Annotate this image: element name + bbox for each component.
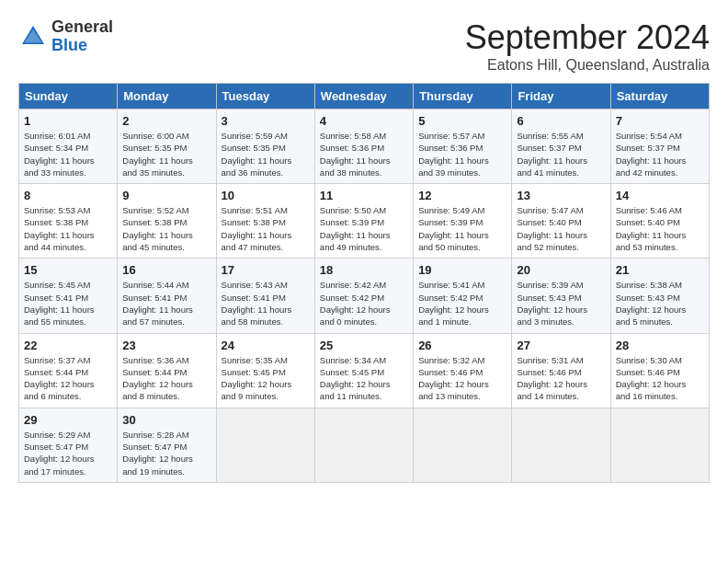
- day-info: Sunrise: 5:54 AMSunset: 5:37 PMDaylight:…: [616, 130, 704, 178]
- day-info: Sunrise: 5:39 AMSunset: 5:43 PMDaylight:…: [517, 279, 605, 327]
- logo: General Blue: [18, 18, 113, 55]
- day-number: 16: [122, 263, 210, 277]
- weekday-header-tuesday: Tuesday: [216, 84, 314, 109]
- calendar-cell: 11Sunrise: 5:50 AMSunset: 5:39 PMDayligh…: [314, 184, 413, 259]
- day-info: Sunrise: 5:38 AMSunset: 5:43 PMDaylight:…: [616, 279, 704, 327]
- weekday-header-monday: Monday: [118, 84, 216, 109]
- day-number: 27: [517, 339, 605, 352]
- day-info: Sunrise: 5:53 AMSunset: 5:38 PMDaylight:…: [24, 204, 112, 253]
- day-info: Sunrise: 5:57 AMSunset: 5:36 PMDaylight:…: [418, 130, 506, 178]
- title-block: September 2024 Eatons Hill, Queensland, …: [465, 18, 710, 74]
- day-info: Sunrise: 5:37 AMSunset: 5:44 PMDaylight:…: [24, 354, 112, 403]
- day-number: 2: [122, 114, 210, 128]
- calendar-cell: 3Sunrise: 5:59 AMSunset: 5:35 PMDaylight…: [216, 109, 314, 184]
- day-info: Sunrise: 5:46 AMSunset: 5:40 PMDaylight:…: [616, 204, 704, 253]
- calendar-cell: 5Sunrise: 5:57 AMSunset: 5:36 PMDaylight…: [414, 109, 512, 184]
- calendar-cell: 10Sunrise: 5:51 AMSunset: 5:38 PMDayligh…: [216, 184, 314, 259]
- day-info: Sunrise: 5:43 AMSunset: 5:41 PMDaylight:…: [222, 279, 310, 327]
- day-number: 15: [24, 263, 112, 277]
- day-number: 14: [616, 189, 704, 202]
- day-number: 19: [418, 263, 506, 277]
- calendar-cell: 15Sunrise: 5:45 AMSunset: 5:41 PMDayligh…: [19, 259, 118, 333]
- day-info: Sunrise: 5:59 AMSunset: 5:35 PMDaylight:…: [222, 130, 310, 178]
- calendar-header: SundayMondayTuesdayWednesdayThursdayFrid…: [19, 84, 710, 109]
- day-info: Sunrise: 5:32 AMSunset: 5:46 PMDaylight:…: [418, 354, 506, 403]
- day-number: 8: [24, 189, 112, 202]
- day-number: 29: [24, 413, 112, 427]
- day-number: 6: [517, 114, 605, 128]
- logo-blue-text: Blue: [51, 36, 87, 54]
- calendar-cell: 19Sunrise: 5:41 AMSunset: 5:42 PMDayligh…: [414, 259, 512, 333]
- day-info: Sunrise: 5:41 AMSunset: 5:42 PMDaylight:…: [418, 279, 506, 327]
- day-info: Sunrise: 6:00 AMSunset: 5:35 PMDaylight:…: [122, 130, 210, 178]
- day-number: 12: [418, 189, 506, 202]
- page-header: General Blue September 2024 Eatons Hill,…: [18, 18, 710, 74]
- weekday-header-wednesday: Wednesday: [314, 84, 413, 109]
- calendar-cell: 9Sunrise: 5:52 AMSunset: 5:38 PMDaylight…: [118, 184, 216, 259]
- day-number: 4: [320, 114, 408, 128]
- calendar-cell: 12Sunrise: 5:49 AMSunset: 5:39 PMDayligh…: [414, 184, 512, 259]
- calendar-cell: 18Sunrise: 5:42 AMSunset: 5:42 PMDayligh…: [314, 259, 413, 333]
- weekday-header-sunday: Sunday: [19, 84, 118, 109]
- calendar-cell: 24Sunrise: 5:35 AMSunset: 5:45 PMDayligh…: [216, 333, 314, 408]
- month-title: September 2024: [465, 18, 710, 57]
- calendar-cell: 6Sunrise: 5:55 AMSunset: 5:37 PMDaylight…: [512, 109, 610, 184]
- day-info: Sunrise: 5:28 AMSunset: 5:47 PMDaylight:…: [122, 429, 210, 477]
- day-number: 22: [24, 339, 112, 352]
- calendar-table: SundayMondayTuesdayWednesdayThursdayFrid…: [18, 83, 710, 483]
- day-number: 7: [616, 114, 704, 128]
- day-info: Sunrise: 5:31 AMSunset: 5:46 PMDaylight:…: [517, 354, 605, 403]
- calendar-cell: 29Sunrise: 5:29 AMSunset: 5:47 PMDayligh…: [19, 408, 118, 482]
- day-info: Sunrise: 5:50 AMSunset: 5:39 PMDaylight:…: [320, 204, 408, 253]
- day-number: 24: [222, 339, 310, 352]
- day-number: 10: [222, 189, 310, 202]
- day-info: Sunrise: 6:01 AMSunset: 5:34 PMDaylight:…: [24, 130, 112, 178]
- calendar-cell: 1Sunrise: 6:01 AMSunset: 5:34 PMDaylight…: [19, 109, 118, 184]
- weekday-header-thursday: Thursday: [414, 84, 512, 109]
- day-info: Sunrise: 5:35 AMSunset: 5:45 PMDaylight:…: [222, 354, 310, 403]
- day-number: 11: [320, 189, 408, 202]
- day-number: 21: [616, 263, 704, 277]
- logo-icon: [18, 22, 48, 52]
- calendar-cell: [414, 408, 512, 482]
- day-info: Sunrise: 5:34 AMSunset: 5:45 PMDaylight:…: [320, 354, 408, 403]
- day-info: Sunrise: 5:47 AMSunset: 5:40 PMDaylight:…: [517, 204, 605, 253]
- calendar-cell: 30Sunrise: 5:28 AMSunset: 5:47 PMDayligh…: [118, 408, 216, 482]
- day-number: 13: [517, 189, 605, 202]
- day-number: 25: [320, 339, 408, 352]
- calendar-cell: 26Sunrise: 5:32 AMSunset: 5:46 PMDayligh…: [414, 333, 512, 408]
- day-info: Sunrise: 5:44 AMSunset: 5:41 PMDaylight:…: [122, 279, 210, 327]
- logo-general-text: General: [51, 17, 113, 36]
- calendar-cell: 8Sunrise: 5:53 AMSunset: 5:38 PMDaylight…: [19, 184, 118, 259]
- day-number: 5: [418, 114, 506, 128]
- day-info: Sunrise: 5:42 AMSunset: 5:42 PMDaylight:…: [320, 279, 408, 327]
- weekday-header-saturday: Saturday: [610, 84, 709, 109]
- calendar-cell: 16Sunrise: 5:44 AMSunset: 5:41 PMDayligh…: [118, 259, 216, 333]
- calendar-cell: [216, 408, 314, 482]
- day-info: Sunrise: 5:49 AMSunset: 5:39 PMDaylight:…: [418, 204, 506, 253]
- day-info: Sunrise: 5:58 AMSunset: 5:36 PMDaylight:…: [320, 130, 408, 178]
- day-info: Sunrise: 5:30 AMSunset: 5:46 PMDaylight:…: [616, 354, 704, 403]
- location-subtitle: Eatons Hill, Queensland, Australia: [465, 57, 710, 74]
- calendar-cell: [610, 408, 709, 482]
- day-number: 28: [616, 339, 704, 352]
- calendar-cell: 27Sunrise: 5:31 AMSunset: 5:46 PMDayligh…: [512, 333, 610, 408]
- calendar-cell: 25Sunrise: 5:34 AMSunset: 5:45 PMDayligh…: [314, 333, 413, 408]
- calendar-cell: 14Sunrise: 5:46 AMSunset: 5:40 PMDayligh…: [610, 184, 709, 259]
- calendar-cell: 4Sunrise: 5:58 AMSunset: 5:36 PMDaylight…: [314, 109, 413, 184]
- day-number: 18: [320, 263, 408, 277]
- day-info: Sunrise: 5:51 AMSunset: 5:38 PMDaylight:…: [222, 204, 310, 253]
- day-number: 20: [517, 263, 605, 277]
- day-number: 1: [24, 114, 112, 128]
- weekday-header-friday: Friday: [512, 84, 610, 109]
- day-number: 9: [122, 189, 210, 202]
- calendar-cell: 2Sunrise: 6:00 AMSunset: 5:35 PMDaylight…: [118, 109, 216, 184]
- day-number: 30: [122, 413, 210, 427]
- day-info: Sunrise: 5:36 AMSunset: 5:44 PMDaylight:…: [122, 354, 210, 403]
- calendar-cell: 7Sunrise: 5:54 AMSunset: 5:37 PMDaylight…: [610, 109, 709, 184]
- calendar-cell: 21Sunrise: 5:38 AMSunset: 5:43 PMDayligh…: [610, 259, 709, 333]
- calendar-cell: 13Sunrise: 5:47 AMSunset: 5:40 PMDayligh…: [512, 184, 610, 259]
- day-number: 26: [418, 339, 506, 352]
- calendar-cell: [512, 408, 610, 482]
- day-number: 23: [122, 339, 210, 352]
